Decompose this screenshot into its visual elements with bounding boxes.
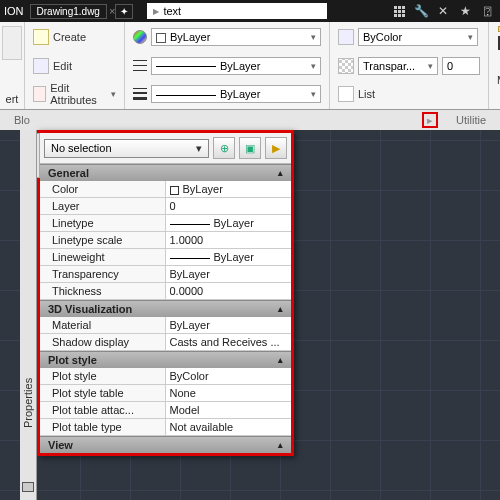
plot-color-dropdown[interactable]: ByColor (358, 28, 478, 46)
tab-utilities[interactable]: Utilitie (442, 114, 500, 126)
prop-linetype-value[interactable]: ByLayer (166, 215, 292, 231)
linetype-dropdown[interactable]: ByLayer (151, 57, 321, 75)
title-wrench-icon[interactable]: 🔧 (412, 2, 430, 20)
prop-ltscale-value[interactable]: 1.0000 (166, 232, 292, 248)
edit-attributes-button[interactable]: Edit Attributes (50, 82, 105, 106)
prop-layer-value[interactable]: 0 (166, 198, 292, 214)
transparency-value[interactable]: 0 (442, 57, 480, 75)
selection-dropdown[interactable]: No selection (44, 139, 209, 158)
section-general[interactable]: General (40, 164, 291, 181)
properties-title: Properties (22, 378, 34, 428)
prop-plotstyle-key: Plot style (40, 368, 166, 384)
properties-panel: ✕ ⇥ No selection ⊕ ▣ ▶ General ColorByLa… (37, 130, 294, 456)
list-button[interactable]: List (358, 88, 375, 100)
list-icon (338, 86, 354, 102)
prop-ltscale-key: Linetype scale (40, 232, 166, 248)
transparency-icon (338, 58, 354, 74)
prop-plottableattach-key: Plot table attac... (40, 402, 166, 418)
section-view[interactable]: View (40, 436, 291, 453)
create-button[interactable]: Create (53, 31, 86, 43)
section-3d-visualization[interactable]: 3D Visualization (40, 300, 291, 317)
prop-color-key: Color (40, 181, 166, 197)
prop-linetype-key: Linetype (40, 215, 166, 231)
title-star-icon[interactable]: ★ (456, 2, 474, 20)
prop-plotstyle-value[interactable]: ByColor (166, 368, 292, 384)
prop-plotstyletable-value[interactable]: None (166, 385, 292, 401)
file-tab[interactable]: Drawing1.dwg (30, 4, 107, 19)
app-title-fragment: ION (4, 5, 24, 17)
toggle-pickadd-icon[interactable]: ▶ (265, 137, 287, 159)
drawing-canvas[interactable]: ✕ ⇥ No selection ⊕ ▣ ▶ General ColorByLa… (0, 130, 500, 500)
quick-select-icon[interactable]: ⊕ (213, 137, 235, 159)
prop-transparency-value[interactable]: ByLayer (166, 266, 292, 282)
prop-lineweight-value[interactable]: ByLayer (166, 249, 292, 265)
prop-thickness-key: Thickness (40, 283, 166, 299)
prop-color-value[interactable]: ByLayer (166, 181, 292, 197)
file-tab-plus[interactable]: ✦ (115, 4, 133, 19)
select-objects-icon[interactable]: ▣ (239, 137, 261, 159)
title-grid-icon[interactable] (390, 2, 408, 20)
prop-plotstyletable-key: Plot style table (40, 385, 166, 401)
prop-plottabletype-key: Plot table type (40, 419, 166, 435)
transparency-dropdown[interactable]: Transpar... (358, 57, 438, 75)
prop-lineweight-key: Lineweight (40, 249, 166, 265)
prop-thickness-value[interactable]: 0.0000 (166, 283, 292, 299)
title-share-icon[interactable]: ✕ (434, 2, 452, 20)
prop-shadow-value[interactable]: Casts and Receives ... (166, 334, 292, 350)
properties-sidebar-strip[interactable]: Properties (20, 130, 37, 500)
tab-block[interactable]: Blo (0, 114, 44, 126)
layer-color-dropdown[interactable]: ByLayer (151, 28, 321, 46)
panel-options-icon[interactable] (22, 482, 34, 492)
prop-material-key: Material (40, 317, 166, 333)
edit-attr-icon (33, 86, 46, 102)
edit-button[interactable]: Edit (53, 60, 72, 72)
panel-expand-button[interactable]: ▸ (422, 112, 438, 128)
prop-layer-key: Layer (40, 198, 166, 214)
title-help-icon[interactable]: ⍰ (478, 2, 496, 20)
search-input[interactable]: text (147, 3, 327, 19)
chevron-down-icon[interactable]: ▾ (111, 89, 116, 99)
prop-plottableattach-value[interactable]: Model (166, 402, 292, 418)
panel-tab-strip: Blo ▸ Utilitie (0, 110, 500, 130)
prop-transparency-key: Transparency (40, 266, 166, 282)
color-wheel-icon[interactable] (133, 30, 147, 44)
insert-big-icon[interactable] (2, 26, 22, 60)
linetype-icon (133, 59, 147, 73)
lineweight-icon (133, 87, 147, 101)
lineweight-dropdown[interactable]: ByLayer (151, 85, 321, 103)
ribbon: ert Create Edit Edit Attributes▾ ByLayer… (0, 22, 500, 110)
section-plot-style[interactable]: Plot style (40, 351, 291, 368)
insert-label: ert (2, 93, 22, 105)
plot-color-icon (338, 29, 354, 45)
prop-material-value[interactable]: ByLayer (166, 317, 292, 333)
prop-shadow-key: Shadow display (40, 334, 166, 350)
create-icon (33, 29, 49, 45)
prop-plottabletype-value[interactable]: Not available (166, 419, 292, 435)
title-bar: ION Drawing1.dwg × ✦ text 🔧 ✕ ★ ⍰ (0, 0, 500, 22)
edit-icon (33, 58, 49, 74)
